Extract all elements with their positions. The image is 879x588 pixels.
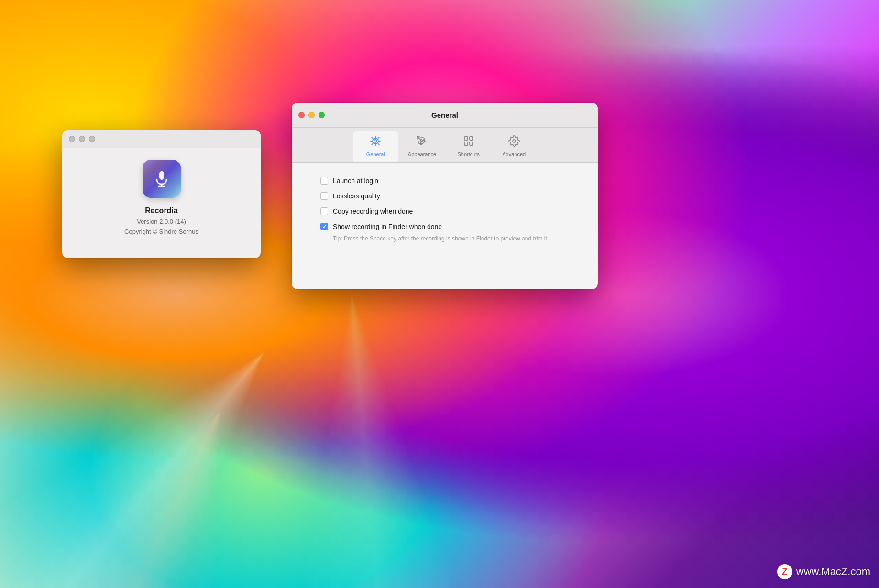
copy-recording-label: Copy recording when done: [333, 207, 413, 215]
lossless-quality-row: Lossless quality: [320, 192, 569, 200]
prefs-minimize-button[interactable]: [308, 112, 315, 118]
tab-shortcuts[interactable]: Shortcuts: [446, 131, 491, 162]
watermark-text: www.MacZ.com: [796, 566, 870, 578]
tab-advanced-label: Advanced: [502, 152, 526, 157]
prefs-toolbar: General Appearance: [292, 128, 598, 163]
advanced-icon: [508, 135, 520, 150]
prefs-content: Launch at login Lossless quality Copy re…: [292, 163, 598, 257]
lossless-quality-label: Lossless quality: [333, 192, 380, 200]
tab-general[interactable]: General: [353, 131, 398, 162]
svg-rect-8: [464, 142, 468, 145]
tab-appearance-label: Appearance: [408, 152, 436, 157]
launch-login-row: Launch at login: [320, 177, 569, 185]
copy-recording-checkbox[interactable]: [320, 207, 328, 215]
about-minimize-button[interactable]: [79, 136, 85, 142]
prefs-close-button[interactable]: [298, 112, 305, 118]
svg-point-5: [420, 140, 422, 142]
app-name: Recordia: [145, 207, 177, 215]
about-close-button[interactable]: [69, 136, 75, 142]
copy-recording-row: Copy recording when done: [320, 207, 569, 215]
svg-rect-0: [159, 171, 164, 180]
svg-point-3: [374, 140, 377, 142]
prefs-titlebar: General: [292, 103, 598, 128]
app-version: Version 2.0.0 (14): [137, 218, 186, 225]
svg-rect-7: [470, 137, 473, 140]
about-window: Recordia Version 2.0.0 (14) Copyright © …: [62, 130, 261, 258]
prefs-traffic-lights: [298, 112, 325, 118]
app-icon: [143, 160, 181, 198]
launch-login-checkbox[interactable]: [320, 177, 328, 185]
prefs-maximize-button[interactable]: [319, 112, 325, 118]
launch-login-label: Launch at login: [333, 177, 378, 185]
svg-point-4: [373, 138, 378, 144]
tab-advanced[interactable]: Advanced: [491, 131, 537, 162]
about-maximize-button[interactable]: [89, 136, 95, 142]
svg-rect-6: [464, 137, 468, 140]
about-traffic-lights: [69, 136, 95, 142]
macz-logo: Z: [777, 564, 792, 579]
app-copyright: Copyright © Sindre Sorhus: [124, 228, 198, 235]
general-icon: [370, 135, 381, 150]
tab-shortcuts-label: Shortcuts: [457, 152, 479, 157]
show-in-finder-row: Show recording in Finder when done: [320, 223, 569, 230]
prefs-title: General: [431, 111, 458, 119]
tab-general-label: General: [366, 152, 385, 157]
tip-text: Tip: Press the Space key after the recor…: [333, 234, 569, 243]
prefs-window: General General: [292, 103, 598, 289]
desktop-background: [0, 0, 879, 588]
mic-icon: [152, 169, 171, 188]
svg-rect-9: [470, 142, 473, 145]
shortcuts-icon: [463, 135, 474, 150]
about-titlebar: [62, 130, 261, 148]
svg-point-10: [513, 140, 516, 142]
show-in-finder-checkbox[interactable]: [320, 223, 328, 230]
appearance-icon: [416, 135, 428, 150]
lossless-quality-checkbox[interactable]: [320, 192, 328, 200]
watermark: Z www.MacZ.com: [777, 564, 870, 579]
about-content: Recordia Version 2.0.0 (14) Copyright © …: [62, 148, 261, 245]
show-in-finder-label: Show recording in Finder when done: [333, 223, 442, 230]
tab-appearance[interactable]: Appearance: [398, 131, 446, 162]
